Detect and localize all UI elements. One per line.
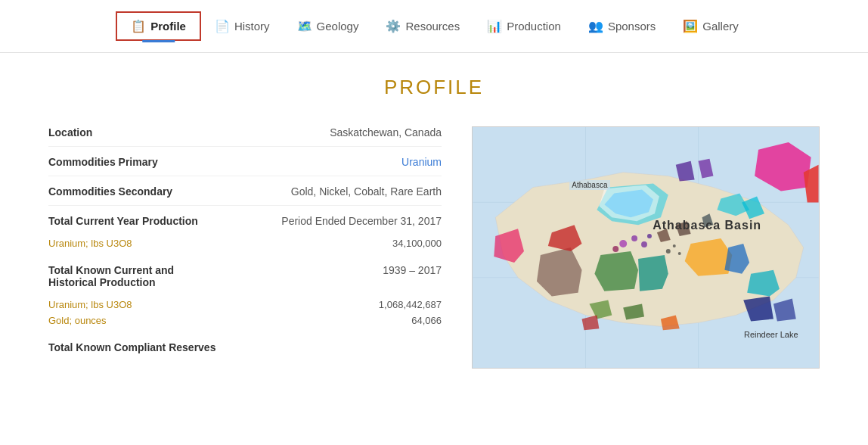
total-compliant-label: Total Known Compliant Reserves bbox=[48, 341, 215, 353]
navigation: 📋 Profile 📄 History 🗺️ Geology ⚙️ Resour… bbox=[0, 0, 868, 53]
svg-point-28 bbox=[619, 240, 627, 247]
svg-point-32 bbox=[612, 246, 618, 252]
svg-point-33 bbox=[666, 249, 671, 254]
nav-geology[interactable]: 🗺️ Geology bbox=[284, 13, 373, 39]
page-title: PROFILE bbox=[48, 76, 820, 99]
nav-production[interactable]: 📊 Production bbox=[473, 13, 575, 39]
history-icon: 📄 bbox=[215, 19, 230, 33]
nav-profile-label: Profile bbox=[150, 20, 186, 33]
svg-point-34 bbox=[673, 244, 676, 247]
uranium-u3o8-label: Uranium; lbs U3O8 bbox=[48, 238, 132, 249]
resources-icon: ⚙️ bbox=[386, 19, 401, 33]
total-known-current-row: Total Known Current and Historical Produ… bbox=[48, 264, 442, 296]
svg-point-31 bbox=[647, 234, 652, 238]
map-image: Athabasca Athabasca Basin Reindeer Lake bbox=[472, 126, 820, 369]
uranium-u3o8-value: 34,100,000 bbox=[392, 238, 442, 249]
nav-sponsors-label: Sponsors bbox=[608, 20, 656, 33]
profile-data: Location Saskatchewan, Canada Commoditie… bbox=[48, 126, 442, 364]
nav-history-label: History bbox=[234, 20, 270, 33]
gallery-icon: 🖼️ bbox=[683, 19, 698, 33]
location-value: Saskatchewan, Canada bbox=[330, 126, 442, 138]
nav-history[interactable]: 📄 History bbox=[201, 13, 284, 39]
nav-sponsors[interactable]: 👥 Sponsors bbox=[575, 13, 669, 39]
total-known-current-value: 1939 – 2017 bbox=[383, 264, 442, 276]
gold-row: Gold; ounces 64,066 bbox=[48, 315, 442, 326]
nav-production-label: Production bbox=[507, 20, 561, 33]
svg-marker-26 bbox=[747, 270, 780, 297]
content-layout: Location Saskatchewan, Canada Commoditie… bbox=[48, 126, 820, 369]
svg-marker-13 bbox=[594, 251, 638, 291]
map-container: Athabasca Athabasca Basin Reindeer Lake bbox=[472, 126, 820, 369]
uranium-u3o8-row: Uranium; lbs U3O8 34,100,000 bbox=[48, 238, 442, 249]
total-current-year-value: Period Ended December 31, 2017 bbox=[281, 215, 442, 227]
map-svg bbox=[473, 127, 819, 368]
production-icon: 📊 bbox=[487, 19, 502, 33]
total-compliant-row: Total Known Compliant Reserves bbox=[48, 341, 442, 361]
main-content: PROFILE Location Saskatchewan, Canada Co… bbox=[18, 53, 850, 391]
nav-geology-label: Geology bbox=[317, 20, 359, 33]
commodities-secondary-value: Gold, Nickel, Cobalt, Rare Earth bbox=[291, 185, 442, 198]
gold-label: Gold; ounces bbox=[48, 315, 107, 326]
commodities-secondary-label: Commodities Secondary bbox=[48, 185, 172, 198]
svg-point-35 bbox=[678, 252, 681, 255]
geology-icon: 🗺️ bbox=[297, 19, 312, 33]
sponsors-icon: 👥 bbox=[588, 19, 603, 33]
nav-gallery-label: Gallery bbox=[702, 20, 739, 33]
svg-point-29 bbox=[631, 235, 637, 241]
svg-point-30 bbox=[641, 241, 647, 247]
commodities-primary-row: Commodities Primary Uranium bbox=[48, 156, 442, 176]
total-current-year-row: Total Current Year Production Period End… bbox=[48, 215, 442, 235]
nav-resources[interactable]: ⚙️ Resources bbox=[372, 13, 473, 39]
profile-icon: 📋 bbox=[131, 19, 146, 33]
commodities-primary-label: Commodities Primary bbox=[48, 156, 158, 168]
uranium-hist-value: 1,068,442,687 bbox=[379, 299, 442, 310]
gold-value: 64,066 bbox=[411, 315, 442, 326]
total-known-current-label: Total Known Current and Historical Produ… bbox=[48, 264, 174, 288]
total-current-year-label: Total Current Year Production bbox=[48, 215, 198, 227]
uranium-hist-label: Uranium; lbs U3O8 bbox=[48, 299, 132, 310]
nav-resources-label: Resources bbox=[405, 20, 460, 33]
commodities-primary-value: Uranium bbox=[401, 156, 442, 168]
location-label: Location bbox=[48, 126, 92, 138]
uranium-hist-row: Uranium; lbs U3O8 1,068,442,687 bbox=[48, 299, 442, 310]
nav-gallery[interactable]: 🖼️ Gallery bbox=[669, 13, 752, 39]
location-row: Location Saskatchewan, Canada bbox=[48, 126, 442, 147]
commodities-secondary-row: Commodities Secondary Gold, Nickel, Coba… bbox=[48, 185, 442, 206]
nav-profile[interactable]: 📋 Profile bbox=[116, 11, 201, 41]
